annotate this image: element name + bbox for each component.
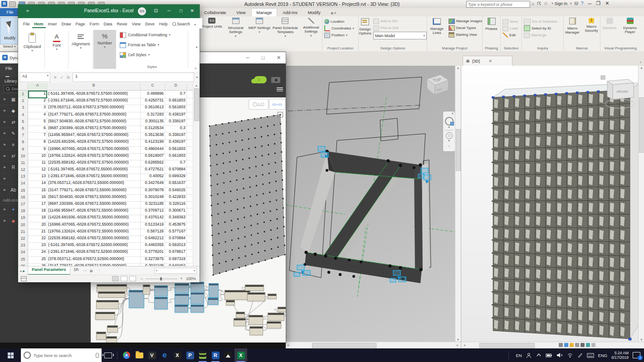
dynamo-menu-file[interactable]: File <box>5 66 12 71</box>
communication-center-icon[interactable]: ☈ <box>537 1 541 6</box>
column-header-C[interactable]: C <box>141 83 165 91</box>
row-header[interactable]: 25 <box>18 256 28 263</box>
tab-review[interactable]: Revie <box>115 22 130 28</box>
main-model-dropdown[interactable]: Main Model▾ <box>373 32 427 39</box>
location-button[interactable]: Location <box>324 19 358 24</box>
navbar-pan-icon[interactable]: ○ <box>448 145 450 148</box>
dynamo-node[interactable] <box>96 300 119 309</box>
column-header-B[interactable]: B <box>47 83 141 91</box>
restore-button[interactable]: ❐ <box>596 0 600 6</box>
windows-ink-pen-icon[interactable] <box>577 352 583 358</box>
dynamo-node[interactable] <box>98 291 125 298</box>
keyboard-language[interactable]: ENG <box>598 353 608 358</box>
dynamo-node[interactable] <box>249 315 263 325</box>
row-header[interactable]: 13 <box>18 173 28 180</box>
dynamo-node[interactable] <box>143 285 150 294</box>
dynamo-node[interactable] <box>175 294 189 305</box>
row-header[interactable]: 16 <box>18 194 28 201</box>
revit-help-search-input[interactable]: Type a keyword or phrase <box>466 1 530 8</box>
taskbar-file-explorer-icon[interactable] <box>133 348 146 362</box>
steering-wheel-icon[interactable] <box>445 117 454 125</box>
close-icon[interactable]: ✕ <box>277 55 281 61</box>
dynamo-node[interactable] <box>190 282 204 292</box>
tab-draw[interactable]: Draw <box>59 22 73 28</box>
additional-settings-button[interactable]: Additional Settings▾ <box>300 18 322 38</box>
row-header[interactable]: 10 <box>18 153 28 160</box>
row-header[interactable]: 22 <box>18 235 28 242</box>
tab-help[interactable]: Help <box>157 22 170 28</box>
search-binoculars-icon[interactable]: ⌂ <box>532 1 534 6</box>
taskbar-edge-icon[interactable]: e <box>158 348 171 362</box>
excel-window[interactable]: » PanelExcel1.xlsx - Excel SS ⊡ ─ □ ✕ Fi… <box>18 5 200 282</box>
manage-images-button[interactable]: Manage Images <box>449 18 482 24</box>
row-header[interactable]: 2 <box>18 97 28 105</box>
row-header[interactable]: 15 <box>18 187 28 194</box>
excel-title-bar[interactable]: » PanelExcel1.xlsx - Excel SS ⊡ ─ □ ✕ <box>18 5 200 18</box>
collapse-ribbon-icon[interactable]: ∧ <box>195 67 197 70</box>
taskbar-revit-icon[interactable]: R <box>209 348 222 362</box>
mid-view-vscrollbar[interactable]: ▲ ▼ <box>455 66 461 342</box>
dynamo-node[interactable] <box>268 294 277 299</box>
clock[interactable]: 5:24 AM 6/17/2019 <box>611 351 629 360</box>
tab-modify[interactable]: Modify <box>303 9 325 17</box>
row-header[interactable]: 6 <box>18 125 28 132</box>
dynamo-node[interactable] <box>107 325 118 333</box>
row-header[interactable]: 3 <box>18 104 28 111</box>
row-header[interactable]: 19 <box>18 214 28 222</box>
dynamo-node[interactable] <box>96 332 106 340</box>
graph-view-button[interactable]: ▭–▭ <box>269 99 285 110</box>
account-avatar[interactable]: SS <box>138 7 146 15</box>
action-center-icon[interactable]: 2 <box>633 352 640 358</box>
macro-record-icon[interactable] <box>21 276 27 281</box>
cell-styles-button[interactable]: Cell Styles▾ <box>118 50 186 60</box>
view-control-bar[interactable] <box>559 343 595 347</box>
sheet-tab-panel-parameters[interactable]: Panel Parameters <box>28 266 70 275</box>
show-hidden-icons-chevron[interactable] <box>536 352 542 358</box>
taskbar-search-input[interactable]: Type here to search <box>21 348 102 362</box>
taskbar-dynamo-icon[interactable] <box>196 348 209 362</box>
row-header[interactable]: 12 <box>18 166 28 174</box>
dynamo-node[interactable] <box>245 285 264 291</box>
tab-manage[interactable]: Manage <box>251 8 277 17</box>
zoom-slider[interactable] <box>146 279 177 279</box>
formula-input[interactable]: 1 <box>73 72 194 82</box>
name-box[interactable]: A1▾ <box>20 72 50 82</box>
ribbon-display-options-icon[interactable]: ⊡ <box>154 8 158 13</box>
sheet-prev-icon[interactable]: ◂ <box>20 269 22 273</box>
page-break-button[interactable] <box>129 276 136 281</box>
row-header[interactable]: 26 <box>18 263 28 266</box>
cloud-download-icon[interactable] <box>254 76 267 83</box>
normal-view-button[interactable] <box>112 276 119 281</box>
formula-expand-icon[interactable]: ▾ <box>196 76 198 79</box>
project-units-button[interactable]: 0.0Project Units <box>201 18 223 38</box>
phases-button[interactable]: Phases <box>483 18 500 31</box>
tab-add-ins[interactable]: Add-Ins <box>278 9 302 17</box>
enter-icon[interactable]: ✓ <box>60 75 64 80</box>
macro-security-button[interactable]: !Macro Security <box>583 18 600 34</box>
cell[interactable]: 26 <box>28 263 47 266</box>
tell-me-search[interactable]: Search <box>170 22 193 28</box>
alignment-group[interactable]: Alignment▾ <box>70 30 92 69</box>
select-by-id-button[interactable]: Select by ID <box>524 25 563 31</box>
selection-edit-button[interactable]: Edit <box>503 32 522 38</box>
cell[interactable]: 0.640452 <box>165 263 187 266</box>
viewcube-top[interactable]: TOP FRONT <box>423 71 451 97</box>
taskbar-x-app-icon[interactable]: X <box>171 348 184 362</box>
macro-manager-button[interactable]: Macro Manager <box>564 18 581 34</box>
row-header[interactable]: 24 <box>18 249 28 256</box>
dynamo-node[interactable] <box>106 336 117 343</box>
dynamo-node[interactable] <box>226 300 235 305</box>
app-store-cart-icon[interactable]: ⛁ <box>575 1 578 6</box>
dynamo-node[interactable] <box>249 326 263 335</box>
touch-keyboard-icon[interactable] <box>587 353 594 358</box>
cell[interactable]: (3147.779271,-6028.676572,52500.000000) <box>47 263 141 266</box>
sign-in-button[interactable]: Sign In <box>555 1 567 6</box>
tab-3d-view[interactable]: {3D} ✕ <box>463 56 512 66</box>
row-header[interactable]: 14 <box>18 180 28 187</box>
tab-developer[interactable]: Deve <box>143 22 157 28</box>
dynamo-node[interactable] <box>95 312 115 320</box>
starting-view-button[interactable]: Starting View <box>449 32 482 38</box>
input-language[interactable]: EN <box>516 353 522 358</box>
sheet-next-icon[interactable]: ▸ <box>23 269 25 273</box>
right-view-hscrollbar[interactable]: ◂ <box>461 342 644 348</box>
